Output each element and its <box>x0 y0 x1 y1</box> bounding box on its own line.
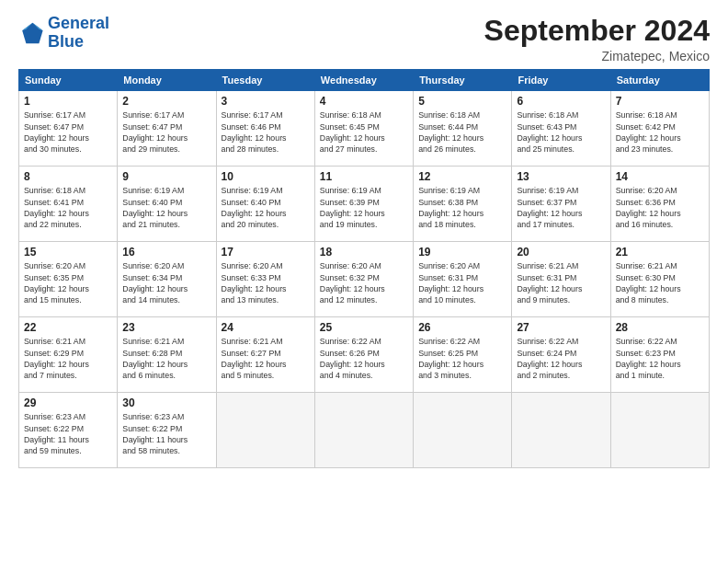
day-number: 15 <box>24 246 112 259</box>
day-info: Sunrise: 6:21 AM Sunset: 6:28 PM Dayligh… <box>122 336 210 381</box>
calendar-cell: 24Sunrise: 6:21 AM Sunset: 6:27 PM Dayli… <box>216 317 314 393</box>
calendar-cell: 2Sunrise: 6:17 AM Sunset: 6:47 PM Daylig… <box>118 91 216 167</box>
calendar-cell: 8Sunrise: 6:18 AM Sunset: 6:41 PM Daylig… <box>19 167 118 242</box>
calendar-header-saturday: Saturday <box>610 70 709 91</box>
calendar-cell: 19Sunrise: 6:20 AM Sunset: 6:31 PM Dayli… <box>414 242 512 317</box>
day-info: Sunrise: 6:19 AM Sunset: 6:39 PM Dayligh… <box>320 185 408 230</box>
calendar-cell: 17Sunrise: 6:20 AM Sunset: 6:33 PM Dayli… <box>216 242 314 317</box>
day-info: Sunrise: 6:18 AM Sunset: 6:42 PM Dayligh… <box>616 109 704 155</box>
day-info: Sunrise: 6:19 AM Sunset: 6:40 PM Dayligh… <box>122 185 210 230</box>
calendar-cell: 6Sunrise: 6:18 AM Sunset: 6:43 PM Daylig… <box>512 91 610 167</box>
calendar-header-sunday: Sunday <box>19 70 118 91</box>
day-info: Sunrise: 6:22 AM Sunset: 6:25 PM Dayligh… <box>418 336 506 381</box>
day-info: Sunrise: 6:21 AM Sunset: 6:27 PM Dayligh… <box>222 336 310 381</box>
day-info: Sunrise: 6:18 AM Sunset: 6:41 PM Dayligh… <box>24 185 112 230</box>
calendar-header-thursday: Thursday <box>414 70 512 91</box>
day-number: 22 <box>24 321 112 334</box>
calendar-week-3: 15Sunrise: 6:20 AM Sunset: 6:35 PM Dayli… <box>19 242 710 317</box>
day-number: 20 <box>517 246 605 259</box>
calendar-header-wednesday: Wednesday <box>314 70 413 91</box>
day-info: Sunrise: 6:20 AM Sunset: 6:32 PM Dayligh… <box>320 260 408 305</box>
day-number: 9 <box>122 170 210 183</box>
calendar-cell: 16Sunrise: 6:20 AM Sunset: 6:34 PM Dayli… <box>118 242 216 317</box>
calendar: SundayMondayTuesdayWednesdayThursdayFrid… <box>18 69 710 468</box>
day-info: Sunrise: 6:20 AM Sunset: 6:35 PM Dayligh… <box>24 260 112 305</box>
day-info: Sunrise: 6:22 AM Sunset: 6:24 PM Dayligh… <box>517 336 605 381</box>
calendar-cell: 27Sunrise: 6:22 AM Sunset: 6:24 PM Dayli… <box>512 317 610 393</box>
calendar-week-5: 29Sunrise: 6:23 AM Sunset: 6:22 PM Dayli… <box>19 393 710 468</box>
day-info: Sunrise: 6:17 AM Sunset: 6:46 PM Dayligh… <box>222 109 310 155</box>
calendar-cell: 9Sunrise: 6:19 AM Sunset: 6:40 PM Daylig… <box>118 167 216 242</box>
day-number: 28 <box>616 321 704 334</box>
day-number: 27 <box>517 321 605 334</box>
day-info: Sunrise: 6:22 AM Sunset: 6:26 PM Dayligh… <box>320 336 408 381</box>
day-number: 25 <box>320 321 408 334</box>
day-info: Sunrise: 6:18 AM Sunset: 6:43 PM Dayligh… <box>517 109 605 155</box>
day-info: Sunrise: 6:17 AM Sunset: 6:47 PM Dayligh… <box>122 109 210 155</box>
calendar-cell: 10Sunrise: 6:19 AM Sunset: 6:40 PM Dayli… <box>216 167 314 242</box>
day-number: 13 <box>517 170 605 183</box>
day-number: 11 <box>320 170 408 183</box>
day-number: 1 <box>24 95 112 108</box>
calendar-header-friday: Friday <box>512 70 610 91</box>
calendar-cell: 28Sunrise: 6:22 AM Sunset: 6:23 PM Dayli… <box>610 317 709 393</box>
day-info: Sunrise: 6:17 AM Sunset: 6:47 PM Dayligh… <box>24 109 112 155</box>
day-number: 2 <box>122 95 210 108</box>
day-info: Sunrise: 6:19 AM Sunset: 6:40 PM Dayligh… <box>222 185 310 230</box>
month-title: September 2024 <box>484 15 710 47</box>
title-block: September 2024 Zimatepec, Mexico <box>484 15 710 63</box>
calendar-cell <box>610 393 709 468</box>
calendar-cell: 3Sunrise: 6:17 AM Sunset: 6:46 PM Daylig… <box>216 91 314 167</box>
calendar-cell: 1Sunrise: 6:17 AM Sunset: 6:47 PM Daylig… <box>19 91 118 167</box>
day-info: Sunrise: 6:20 AM Sunset: 6:36 PM Dayligh… <box>616 185 704 230</box>
day-info: Sunrise: 6:21 AM Sunset: 6:30 PM Dayligh… <box>616 260 704 305</box>
day-number: 30 <box>122 396 210 409</box>
calendar-week-2: 8Sunrise: 6:18 AM Sunset: 6:41 PM Daylig… <box>19 167 710 242</box>
day-number: 19 <box>418 246 506 259</box>
day-number: 21 <box>616 246 704 259</box>
calendar-cell <box>414 393 512 468</box>
calendar-cell: 25Sunrise: 6:22 AM Sunset: 6:26 PM Dayli… <box>314 317 413 393</box>
day-number: 8 <box>24 170 112 183</box>
logo: General Blue <box>18 15 109 52</box>
calendar-cell: 18Sunrise: 6:20 AM Sunset: 6:32 PM Dayli… <box>314 242 413 317</box>
day-number: 14 <box>616 170 704 183</box>
logo-text: General Blue <box>48 15 109 52</box>
calendar-cell: 11Sunrise: 6:19 AM Sunset: 6:39 PM Dayli… <box>314 167 413 242</box>
day-number: 3 <box>222 95 310 108</box>
calendar-week-1: 1Sunrise: 6:17 AM Sunset: 6:47 PM Daylig… <box>19 91 710 167</box>
calendar-cell <box>216 393 314 468</box>
calendar-cell: 7Sunrise: 6:18 AM Sunset: 6:42 PM Daylig… <box>610 91 709 167</box>
calendar-cell: 5Sunrise: 6:18 AM Sunset: 6:44 PM Daylig… <box>414 91 512 167</box>
day-info: Sunrise: 6:23 AM Sunset: 6:22 PM Dayligh… <box>24 411 112 456</box>
day-number: 10 <box>222 170 310 183</box>
day-number: 23 <box>122 321 210 334</box>
day-number: 18 <box>320 246 408 259</box>
day-info: Sunrise: 6:20 AM Sunset: 6:33 PM Dayligh… <box>222 260 310 305</box>
calendar-cell: 13Sunrise: 6:19 AM Sunset: 6:37 PM Dayli… <box>512 167 610 242</box>
day-info: Sunrise: 6:19 AM Sunset: 6:37 PM Dayligh… <box>517 185 605 230</box>
day-info: Sunrise: 6:22 AM Sunset: 6:23 PM Dayligh… <box>616 336 704 381</box>
calendar-cell: 12Sunrise: 6:19 AM Sunset: 6:38 PM Dayli… <box>414 167 512 242</box>
day-number: 6 <box>517 95 605 108</box>
day-info: Sunrise: 6:21 AM Sunset: 6:29 PM Dayligh… <box>24 336 112 381</box>
day-number: 29 <box>24 396 112 409</box>
day-info: Sunrise: 6:18 AM Sunset: 6:44 PM Dayligh… <box>418 109 506 155</box>
location: Zimatepec, Mexico <box>484 49 710 63</box>
day-info: Sunrise: 6:21 AM Sunset: 6:31 PM Dayligh… <box>517 260 605 305</box>
day-number: 4 <box>320 95 408 108</box>
calendar-cell: 23Sunrise: 6:21 AM Sunset: 6:28 PM Dayli… <box>118 317 216 393</box>
calendar-header-row: SundayMondayTuesdayWednesdayThursdayFrid… <box>19 70 710 91</box>
day-number: 24 <box>222 321 310 334</box>
day-number: 12 <box>418 170 506 183</box>
svg-marker-0 <box>22 23 42 43</box>
calendar-header-monday: Monday <box>118 70 216 91</box>
calendar-cell: 20Sunrise: 6:21 AM Sunset: 6:31 PM Dayli… <box>512 242 610 317</box>
day-info: Sunrise: 6:23 AM Sunset: 6:22 PM Dayligh… <box>122 411 210 456</box>
header: General Blue September 2024 Zimatepec, M… <box>18 15 710 63</box>
day-number: 7 <box>616 95 704 108</box>
day-number: 17 <box>222 246 310 259</box>
day-info: Sunrise: 6:18 AM Sunset: 6:45 PM Dayligh… <box>320 109 408 155</box>
page: General Blue September 2024 Zimatepec, M… <box>0 0 728 563</box>
calendar-cell: 14Sunrise: 6:20 AM Sunset: 6:36 PM Dayli… <box>610 167 709 242</box>
